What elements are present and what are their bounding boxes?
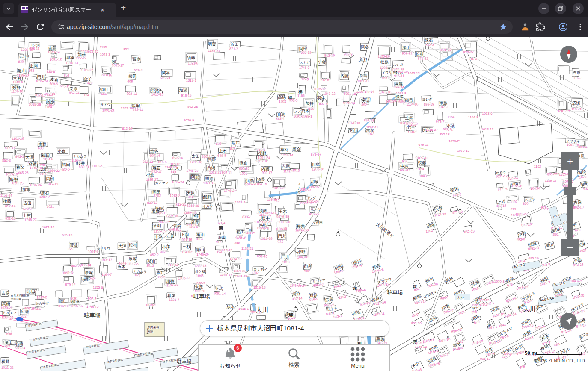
svg-text:830: 830 — [523, 202, 529, 206]
svg-text:902: 902 — [304, 269, 310, 273]
svg-text:852: 852 — [64, 74, 69, 77]
svg-text:902-28: 902-28 — [187, 105, 198, 109]
svg-text:1202: 1202 — [380, 66, 387, 70]
svg-text:679-12: 679-12 — [65, 283, 75, 286]
svg-text:852-18: 852-18 — [364, 118, 374, 123]
svg-text:須藤: 須藤 — [187, 55, 195, 60]
svg-text:695-5: 695-5 — [169, 228, 178, 232]
svg-text:小倉: 小倉 — [318, 59, 326, 64]
svg-text:1091: 1091 — [541, 207, 548, 211]
svg-text:830-17: 830-17 — [147, 201, 157, 205]
svg-text:1202: 1202 — [252, 271, 259, 275]
svg-text:1155-6: 1155-6 — [93, 286, 103, 289]
svg-text:665-12: 665-12 — [400, 168, 410, 172]
svg-text:916-19: 916-19 — [58, 304, 68, 308]
svg-text:1091-21: 1091-21 — [102, 108, 115, 112]
svg-text:1015-17: 1015-17 — [112, 63, 124, 67]
svg-text:宮原: 宮原 — [132, 56, 141, 62]
svg-text:高橋: 高橋 — [2, 301, 10, 306]
svg-text:長島: 長島 — [359, 73, 367, 78]
svg-text:688-5: 688-5 — [50, 82, 59, 86]
svg-text:695-10: 695-10 — [529, 256, 539, 260]
svg-text:852-4: 852-4 — [276, 117, 285, 121]
svg-text:サトウ: サトウ — [310, 208, 321, 212]
svg-text:瀬山: 瀬山 — [402, 45, 410, 50]
svg-text:852-14: 852-14 — [172, 156, 183, 160]
svg-text:695-19: 695-19 — [424, 103, 434, 106]
svg-text:1043: 1043 — [471, 286, 479, 292]
svg-text:695-24: 695-24 — [351, 263, 362, 269]
svg-text:1021-28: 1021-28 — [439, 48, 451, 52]
svg-text:830-22: 830-22 — [463, 50, 474, 54]
svg-text:1070-27: 1070-27 — [0, 306, 13, 310]
svg-text:広田: 広田 — [23, 201, 31, 206]
svg-text:スズキ: スズキ — [294, 109, 304, 114]
svg-text:大澤: 大澤 — [434, 206, 444, 212]
svg-text:西潟: 西潟 — [304, 263, 312, 268]
svg-text:1746-27: 1746-27 — [224, 189, 236, 193]
svg-text:1043-6: 1043-6 — [12, 80, 23, 84]
svg-text:須田: 須田 — [99, 87, 108, 92]
svg-text:1015: 1015 — [254, 220, 261, 224]
svg-text:688-5: 688-5 — [39, 172, 48, 176]
svg-text:針ケ谷: 針ケ谷 — [195, 269, 205, 273]
svg-text:1155-5: 1155-5 — [76, 56, 86, 60]
svg-text:1021-16: 1021-16 — [579, 248, 588, 253]
svg-text:駐車場: 駐車場 — [84, 312, 101, 318]
svg-text:下山: 下山 — [217, 235, 226, 240]
svg-text:横野: 横野 — [82, 277, 91, 282]
svg-text:1091-18: 1091-18 — [344, 92, 356, 96]
svg-text:1013-13: 1013-13 — [481, 127, 494, 131]
svg-text:1021-24: 1021-24 — [306, 199, 319, 203]
svg-text:916-5: 916-5 — [309, 297, 318, 301]
svg-text:871-7: 871-7 — [229, 47, 238, 51]
svg-text:871-19: 871-19 — [452, 210, 463, 215]
svg-text:1013-18: 1013-18 — [279, 220, 291, 224]
svg-text:665: 665 — [547, 172, 553, 177]
svg-text:688: 688 — [38, 146, 43, 150]
svg-text:松村: 松村 — [415, 52, 424, 56]
svg-text:真尾: 真尾 — [167, 293, 175, 298]
svg-text:1015-1: 1015-1 — [238, 307, 249, 311]
svg-text:江田: 江田 — [166, 234, 175, 238]
svg-text:1202: 1202 — [154, 194, 161, 197]
svg-text:852-8: 852-8 — [516, 237, 525, 242]
svg-text:688-9: 688-9 — [334, 269, 343, 274]
svg-text:1043-15: 1043-15 — [235, 274, 247, 278]
svg-text:北部公園: 北部公園 — [11, 297, 21, 301]
svg-text:1746-12: 1746-12 — [86, 305, 99, 309]
svg-text:上岡: 上岡 — [405, 115, 413, 121]
svg-text:上岡: 上岡 — [30, 63, 38, 68]
svg-text:1043: 1043 — [196, 274, 203, 278]
svg-text:吉原: 吉原 — [573, 70, 581, 75]
svg-text:852-22: 852-22 — [5, 217, 15, 221]
svg-text:中路: 中路 — [155, 234, 163, 239]
svg-text:902-13: 902-13 — [301, 51, 311, 55]
svg-text:916-11: 916-11 — [394, 74, 404, 78]
svg-text:オガワ: オガワ — [19, 55, 30, 59]
svg-text:大澤: 大澤 — [118, 244, 127, 248]
svg-text:871-11: 871-11 — [576, 323, 587, 329]
svg-text:812-15: 812-15 — [309, 186, 319, 189]
svg-text:812-3: 812-3 — [425, 43, 434, 47]
svg-text:1013-6: 1013-6 — [482, 112, 492, 115]
svg-text:852: 852 — [123, 47, 129, 51]
svg-text:1091-6: 1091-6 — [88, 250, 98, 253]
svg-text:1013-1: 1013-1 — [186, 79, 196, 82]
svg-text:812-17: 812-17 — [5, 146, 15, 150]
svg-text:1015-26: 1015-26 — [29, 103, 41, 106]
svg-text:688-9: 688-9 — [196, 281, 205, 285]
svg-text:1015-25: 1015-25 — [30, 183, 42, 187]
svg-text:1746-15: 1746-15 — [277, 215, 289, 218]
svg-text:688: 688 — [414, 287, 420, 292]
svg-text:812-26: 812-26 — [573, 262, 584, 267]
svg-text:小倉: 小倉 — [146, 172, 154, 177]
svg-text:679-2: 679-2 — [452, 192, 461, 197]
svg-text:関口: 関口 — [193, 213, 201, 218]
svg-text:1746-27: 1746-27 — [24, 218, 37, 222]
svg-text:1746-26: 1746-26 — [196, 252, 209, 256]
svg-text:後藤: 後藤 — [418, 160, 426, 165]
svg-text:665: 665 — [35, 307, 41, 311]
svg-text:852-13: 852-13 — [143, 160, 153, 164]
svg-text:1021-22: 1021-22 — [1, 365, 14, 369]
